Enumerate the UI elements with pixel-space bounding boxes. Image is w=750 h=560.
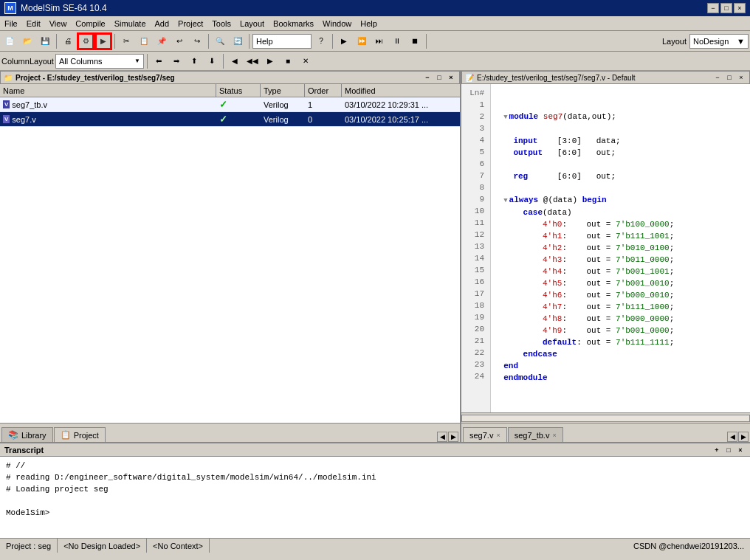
editor-header-controls[interactable]: − □ × — [712, 72, 746, 83]
col-header-modified[interactable]: Modified — [342, 84, 460, 97]
project-panel-maximize[interactable]: □ — [434, 72, 444, 83]
col-header-status[interactable]: Status — [216, 84, 261, 97]
toolbar2-btn7[interactable]: ▶ — [262, 53, 278, 69]
editor-tab-seg7tbv-close[interactable]: × — [552, 432, 556, 439]
toolbar2-btn6[interactable]: ◀◀ — [244, 53, 261, 69]
all-columns-combo[interactable]: All Columns ▼ — [55, 54, 144, 69]
code-line-22: endcase — [494, 350, 557, 359]
menu-compile[interactable]: Compile — [71, 16, 109, 30]
toolbar-cut[interactable]: ✂ — [118, 33, 134, 49]
menu-file[interactable]: File — [0, 16, 22, 30]
tab-nav: ◀ ▶ — [437, 432, 458, 442]
menu-view[interactable]: View — [45, 16, 72, 30]
transcript-line-3: # Loading project seg — [6, 483, 744, 495]
status-watermark: CSDN @chendwei20191203... — [627, 539, 750, 553]
transcript-controls[interactable]: + □ × — [712, 445, 746, 455]
close-button[interactable]: × — [734, 3, 746, 13]
menu-layout[interactable]: Layout — [235, 16, 269, 30]
toolbar-save[interactable]: 💾 — [37, 33, 53, 49]
code-line-6 — [494, 160, 499, 169]
toolbar2-btn8[interactable]: ■ — [280, 53, 296, 69]
ln-14: 14 — [461, 252, 487, 264]
code-line-11: 4'h0: out = 7'b100_0000; — [494, 220, 674, 229]
toolbar-new[interactable]: 📄 — [1, 33, 18, 49]
menu-bookmarks[interactable]: Bookmarks — [269, 16, 318, 30]
toolbar-copy[interactable]: 📋 — [136, 33, 152, 49]
code-line-18: 4'h7: out = 7'b111_1000; — [494, 303, 674, 311]
toolbar2-btn9[interactable]: ✕ — [297, 53, 314, 69]
tab-project[interactable]: 📋 Project — [54, 427, 106, 442]
project-panel-minimize[interactable]: − — [422, 72, 433, 83]
col-header-type[interactable]: Type — [261, 84, 305, 97]
editor-tabs: seg7.v × seg7_tb.v × ◀ ▶ — [461, 423, 750, 442]
menu-tools[interactable]: Tools — [207, 16, 235, 30]
project-header: 📁 Project - E:/studey_test/verilog_test/… — [0, 71, 460, 84]
editor-panel-minimize[interactable]: − — [712, 72, 723, 83]
toolbar-find[interactable]: 🔍 — [212, 33, 228, 49]
toolbar-sim2[interactable]: ⏩ — [354, 33, 370, 49]
project-header-controls[interactable]: − □ × — [422, 72, 456, 83]
help-input[interactable]: Help — [252, 34, 312, 49]
toolbar-undo[interactable]: ↩ — [171, 33, 188, 49]
code-line-5: output [6:0] out; — [494, 148, 616, 157]
transcript-content[interactable]: # // # reading D:/engineer_software/digi… — [0, 457, 750, 538]
code-line-2: ▼module seg7(data,out); — [494, 112, 616, 121]
menu-add[interactable]: Add — [151, 16, 174, 30]
editor-tab-seg7tbv[interactable]: seg7_tb.v × — [508, 427, 563, 442]
toolbar-paste[interactable]: 📌 — [154, 33, 170, 49]
title-bar-controls[interactable]: − □ × — [707, 3, 746, 13]
tab-nav-right[interactable]: ▶ — [448, 432, 458, 442]
table-row[interactable]: V seg7_tb.v ✓ Verilog 1 03/10/2022 10:29… — [0, 97, 460, 112]
editor-tab-seg7v[interactable]: seg7.v × — [463, 427, 507, 442]
transcript-line-1: # // — [6, 460, 744, 471]
toolbar2-btn5[interactable]: ◀ — [227, 53, 243, 69]
toolbar-open[interactable]: 📂 — [19, 33, 35, 49]
toolbar-help-search[interactable]: ? — [313, 33, 329, 49]
toolbar-sim1[interactable]: ▶ — [336, 33, 352, 49]
editor-tab-seg7v-close[interactable]: × — [496, 432, 500, 439]
toolbar-sim3[interactable]: ⏭ — [371, 33, 388, 49]
tab-nav-left[interactable]: ◀ — [437, 432, 447, 442]
editor-tab-nav-left[interactable]: ◀ — [727, 432, 737, 442]
editor-scrollbar[interactable] — [461, 412, 750, 423]
editor-panel-maximize[interactable]: □ — [724, 72, 734, 83]
toolbar-print[interactable]: 🖨 — [60, 33, 76, 49]
code-line-4: input [3:0] data; — [494, 136, 621, 145]
toolbar-compile[interactable]: ▶ — [95, 33, 111, 49]
toolbar-sim5[interactable]: ⏹ — [407, 33, 423, 49]
toolbar2-btn4[interactable]: ⬇ — [204, 53, 220, 69]
editor-tab-nav-right[interactable]: ▶ — [738, 432, 749, 442]
table-row[interactable]: V seg7.v ✓ Verilog 0 03/10/2022 10:25:17… — [0, 112, 460, 127]
transcript-expand[interactable]: + — [712, 445, 722, 455]
col-header-order[interactable]: Order — [305, 84, 342, 97]
menu-help[interactable]: Help — [356, 16, 382, 30]
transcript-close[interactable]: × — [735, 445, 746, 455]
toolbar-sim4[interactable]: ⏸ — [389, 33, 405, 49]
tab-library[interactable]: 📚 Library — [1, 427, 53, 442]
code-line-17: 4'h6: out = 7'b000_0010; — [494, 291, 674, 300]
minimize-button[interactable]: − — [707, 3, 719, 13]
editor-panel-close[interactable]: × — [736, 72, 746, 83]
col-header-name[interactable]: Name — [0, 84, 216, 97]
layout-label: Layout — [662, 37, 687, 46]
code-line-9: ▼always @(data) begin — [494, 196, 607, 204]
toolbar2-btn3[interactable]: ⬆ — [186, 53, 202, 69]
layout-dropdown[interactable]: NoDesign ▼ — [689, 34, 749, 49]
menu-edit[interactable]: Edit — [22, 16, 45, 30]
toolbar2-btn2[interactable]: ➡ — [168, 53, 185, 69]
scrollbar-h-track[interactable] — [461, 415, 750, 422]
ln-20: 20 — [461, 323, 487, 335]
code-line-12: 4'h1: out = 7'b111_1001; — [494, 232, 674, 241]
transcript-maximize[interactable]: □ — [723, 445, 734, 455]
cell-status-2: ✓ — [216, 112, 261, 126]
toolbar-replace[interactable]: 🔄 — [230, 33, 246, 49]
menu-window[interactable]: Window — [318, 16, 356, 30]
project-panel-close[interactable]: × — [446, 72, 456, 83]
menu-project[interactable]: Project — [173, 16, 207, 30]
code-area[interactable]: ▼module seg7(data,out); input [3:0] data… — [491, 84, 750, 412]
maximize-button[interactable]: □ — [720, 3, 732, 13]
toolbar2-btn1[interactable]: ⬅ — [151, 53, 167, 69]
toolbar-redo[interactable]: ↪ — [189, 33, 205, 49]
toolbar-compile-all[interactable]: ⚙ — [78, 33, 94, 49]
menu-simulate[interactable]: Simulate — [110, 16, 151, 30]
